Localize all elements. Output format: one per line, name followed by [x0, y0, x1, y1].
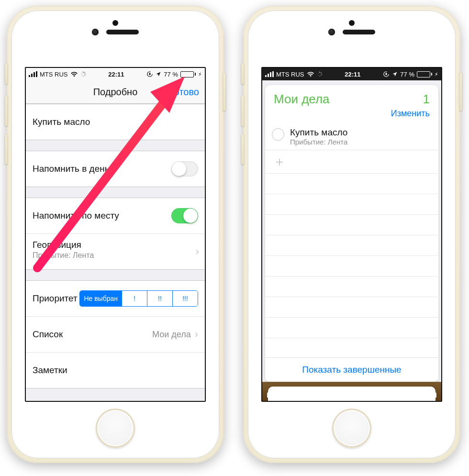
list-count: 1 — [423, 92, 430, 107]
complete-radio[interactable] — [272, 128, 284, 141]
remind-location-row[interactable]: Напомнить по месту — [26, 198, 205, 233]
svg-rect-2 — [34, 72, 35, 77]
reminder-name-value: Купить масло — [33, 117, 90, 127]
volume-down-button — [5, 134, 8, 165]
priority-option-none[interactable]: Не выбран — [80, 291, 122, 306]
add-reminder-button[interactable]: ＋ — [265, 150, 438, 174]
home-button — [96, 409, 135, 448]
rule-line — [265, 215, 438, 235]
list-title: Мои дела — [274, 92, 423, 107]
priority-label: Приоритет — [33, 293, 78, 304]
svg-line-11 — [81, 73, 82, 73]
svg-rect-15 — [270, 72, 271, 77]
svg-line-18 — [321, 73, 321, 73]
navbar: Подробно Готово — [26, 80, 205, 104]
done-button[interactable]: Готово — [169, 87, 199, 98]
priority-option-low[interactable]: ! — [122, 291, 147, 306]
battery-percent: 77 % — [164, 71, 178, 78]
list-label: Список — [33, 329, 63, 340]
svg-line-9 — [81, 75, 82, 76]
rule-line — [265, 318, 438, 338]
reminder-name-field[interactable]: Купить масло — [26, 104, 205, 140]
loading-spinner-icon — [317, 71, 323, 77]
earpiece-speaker — [106, 30, 139, 34]
svg-line-7 — [84, 75, 85, 76]
location-icon — [392, 71, 398, 77]
volume-down-button — [241, 134, 244, 165]
svg-line-20 — [321, 75, 321, 76]
power-button — [223, 73, 226, 111]
rotation-lock-icon — [383, 71, 390, 77]
notes-label: Заметки — [33, 365, 67, 376]
location-icon — [156, 71, 161, 77]
location-group: Напомнить по месту Геопозиция Прибытие: … — [26, 198, 205, 270]
bezel: MTS RUS 22:11 77 % — [248, 11, 456, 458]
carrier-label: MTS RUS — [40, 71, 68, 78]
name-group: Купить масло — [26, 104, 205, 140]
rule-line — [265, 174, 438, 194]
charging-icon: ⚡︎ — [435, 71, 438, 77]
screen-detail: MTS RUS 22:11 77 % — [25, 67, 206, 402]
front-camera — [92, 29, 99, 35]
reminder-subtitle: Прибытие: Лента — [290, 138, 432, 146]
remind-location-toggle[interactable] — [171, 208, 198, 223]
location-row[interactable]: Геопозиция Прибытие: Лента › — [26, 233, 205, 269]
reminders-card: Мои дела 1 Изменить Купить масло Прибыти… — [265, 85, 438, 382]
notes-row[interactable]: Заметки — [26, 352, 205, 388]
rule-line — [265, 277, 438, 297]
charging-icon: ⚡︎ — [198, 71, 202, 77]
reminder-title: Купить масло — [290, 127, 432, 138]
power-button — [459, 73, 462, 111]
proximity-sensor — [349, 20, 355, 26]
carrier-label: MTS RUS — [276, 71, 304, 78]
signal-icon — [29, 71, 37, 77]
battery-percent: 77 % — [400, 71, 414, 78]
bezel: MTS RUS 22:11 77 % — [11, 11, 219, 458]
edit-button[interactable]: Изменить — [265, 109, 438, 123]
priority-row[interactable]: Приоритет Не выбран ! !! !!! — [26, 281, 205, 316]
front-camera — [328, 29, 335, 35]
mute-switch — [241, 63, 244, 84]
card-stack — [265, 384, 438, 402]
svg-line-5 — [84, 73, 85, 73]
clock: 22:11 — [108, 71, 124, 78]
rule-line — [265, 338, 438, 359]
plus-icon: ＋ — [273, 155, 286, 168]
priority-option-medium[interactable]: !! — [147, 291, 172, 306]
reminder-row[interactable]: Купить масло Прибытие: Лента — [265, 123, 438, 150]
earpiece-speaker — [343, 30, 375, 34]
rotation-lock-icon — [146, 71, 153, 77]
mute-switch — [5, 63, 8, 84]
phone-left: MTS RUS 22:11 77 % — [7, 6, 224, 463]
chevron-right-icon: › — [196, 246, 199, 257]
screen-list: MTS RUS 22:11 77 % — [261, 67, 442, 402]
phone-right: MTS RUS 22:11 77 % — [243, 6, 460, 463]
svg-line-24 — [318, 73, 318, 73]
list-row[interactable]: Список Мои дела › — [26, 316, 205, 352]
wifi-icon — [307, 71, 314, 77]
volume-up-button — [241, 96, 244, 126]
battery-icon — [180, 71, 196, 77]
status-bar: MTS RUS 22:11 77 % — [262, 68, 441, 80]
show-completed-button[interactable]: Показать завершенные — [265, 357, 438, 382]
remind-location-label: Напомнить по месту — [33, 210, 119, 221]
meta-group: Приоритет Не выбран ! !! !!! Список Мои … — [26, 280, 205, 388]
chevron-right-icon: › — [195, 329, 198, 340]
rule-line — [265, 235, 438, 256]
clock: 22:11 — [345, 71, 360, 78]
time-group: Напомнить в день — [26, 151, 205, 187]
priority-option-high[interactable]: !!! — [172, 291, 198, 306]
volume-up-button — [5, 96, 8, 126]
rule-line — [265, 297, 438, 318]
svg-line-22 — [318, 75, 318, 76]
svg-rect-3 — [36, 71, 37, 77]
home-button — [332, 409, 371, 448]
battery-icon — [417, 71, 432, 77]
svg-rect-0 — [29, 75, 30, 77]
nav-title: Подробно — [93, 87, 138, 98]
remind-day-toggle[interactable] — [171, 161, 198, 177]
rule-line — [265, 194, 438, 215]
priority-segmented[interactable]: Не выбран ! !! !!! — [79, 290, 198, 307]
signal-icon — [265, 71, 274, 77]
remind-day-row[interactable]: Напомнить в день — [26, 151, 205, 187]
